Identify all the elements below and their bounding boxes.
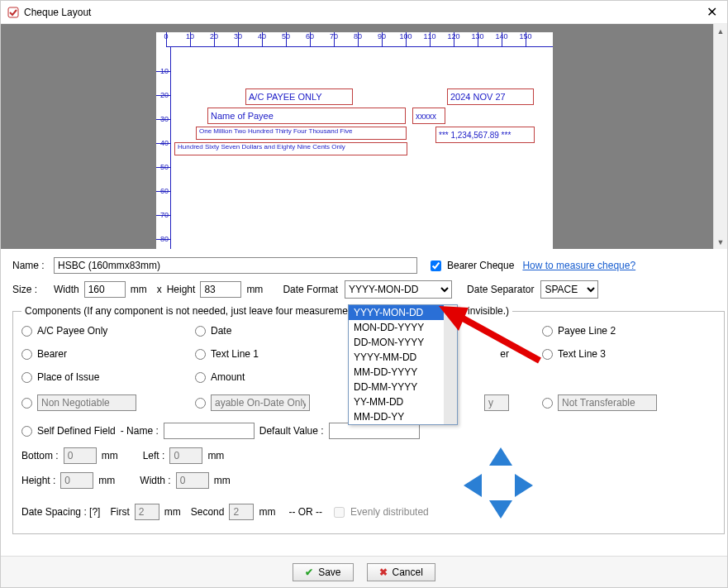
button-bar: ✔Save ✖Cancel xyxy=(1,556,727,587)
size-label: Size : xyxy=(12,284,54,295)
date-format-select[interactable]: YYYY-MON-DD xyxy=(345,280,452,299)
cancel-button[interactable]: ✖Cancel xyxy=(367,563,435,581)
field-amount-words2[interactable]: Hundred Sixty Seven Dollars and Eighty N… xyxy=(174,142,407,155)
date-separator-label: Date Separator xyxy=(467,284,534,295)
horizontal-ruler: 0102030405060708090100110120130140150 xyxy=(166,32,553,47)
date-format-option[interactable]: DD-MON-YYYY xyxy=(349,335,457,350)
date-format-option[interactable]: YYYY-MON-DD xyxy=(349,305,457,320)
measure-cheque-link[interactable]: How to measure cheque? xyxy=(522,260,635,271)
date-format-option[interactable]: DD-MM-YYYY xyxy=(349,380,457,394)
radio-payable-on-date[interactable] xyxy=(195,394,369,411)
scroll-up-icon[interactable]: ▲ xyxy=(714,24,727,38)
self-defined-default-input[interactable] xyxy=(329,423,420,439)
name-input[interactable] xyxy=(54,257,417,274)
date-format-option[interactable]: MM-DD-YY xyxy=(349,409,457,424)
titlebar: Cheque Layout ✕ xyxy=(1,1,727,24)
nudge-right-button[interactable] xyxy=(515,474,533,497)
height-input[interactable] xyxy=(200,281,241,298)
dim-width-input[interactable] xyxy=(176,472,209,489)
cross-icon: ✖ xyxy=(379,566,388,578)
field-amount-num[interactable]: *** 1,234,567.89 *** xyxy=(435,127,535,143)
date-separator-select[interactable]: SPACE xyxy=(540,280,598,299)
radio-place-of-issue[interactable]: Place of Issue xyxy=(21,371,195,383)
nudge-down-button[interactable] xyxy=(489,500,512,519)
radio-self-defined[interactable]: Self Defined Field xyxy=(21,425,116,437)
svg-rect-0 xyxy=(8,7,18,17)
date-spacing-second[interactable] xyxy=(229,504,254,520)
bottom-input[interactable] xyxy=(64,447,97,464)
dim-height-input[interactable] xyxy=(60,472,93,489)
radio-text-line3[interactable]: Text Line 3 xyxy=(542,348,716,360)
width-input[interactable] xyxy=(84,281,126,298)
radio-payee-line2[interactable]: Payee Line 2 xyxy=(542,325,716,337)
bearer-cheque-check[interactable] xyxy=(431,261,441,271)
date-format-option[interactable]: YYYY-MM-DD xyxy=(349,350,457,365)
radio-not-transferable[interactable] xyxy=(542,394,716,411)
ruler-canvas: 0102030405060708090100110120130140150 10… xyxy=(156,32,553,249)
nudge-up-button[interactable] xyxy=(489,447,512,466)
date-spacing-label: Date Spacing : [?] xyxy=(21,506,100,518)
radio-amount[interactable]: Amount xyxy=(195,371,369,383)
date-format-dropdown-popup[interactable]: YYYY-MON-DDMON-DD-YYYYDD-MON-YYYYYYYY-MM… xyxy=(348,304,458,425)
dropdown-scrollbar[interactable] xyxy=(444,305,457,424)
cheque-canvas: A/C PAYEE ONLY 2024 NOV 27 Name of Payee… xyxy=(171,47,553,249)
field-payee[interactable]: Name of Payee xyxy=(207,108,406,124)
scroll-down-icon[interactable]: ▼ xyxy=(714,235,727,249)
name-label: Name : xyxy=(12,260,54,271)
check-icon: ✔ xyxy=(305,566,313,578)
nudge-left-button[interactable] xyxy=(464,474,482,497)
app-icon xyxy=(7,7,19,18)
left-input[interactable] xyxy=(169,447,202,464)
preview-scrollbar[interactable]: ▲ ▼ xyxy=(713,24,727,249)
date-format-option[interactable]: MM-DD-YYYY xyxy=(349,365,457,380)
cheque-preview-area: 0102030405060708090100110120130140150 10… xyxy=(1,24,727,249)
bearer-cheque-checkbox[interactable]: Bearer Cheque xyxy=(427,258,514,274)
date-format-option[interactable]: MON-DD-YYYY xyxy=(349,320,457,335)
radio-text-line1[interactable]: Text Line 1 xyxy=(195,348,369,360)
radio-ac-payee[interactable]: A/C Payee Only xyxy=(21,325,195,337)
field-ac-payee[interactable]: A/C PAYEE ONLY xyxy=(245,88,353,105)
field-date[interactable]: 2024 NOV 27 xyxy=(447,88,534,105)
close-icon[interactable]: ✕ xyxy=(703,4,721,20)
save-button[interactable]: ✔Save xyxy=(293,563,353,581)
field-amount-words1[interactable]: One Million Two Hundred Thirty Four Thou… xyxy=(196,127,407,140)
date-format-option[interactable]: YY-MM-DD xyxy=(349,394,457,409)
radio-non-negotiable[interactable] xyxy=(21,394,195,411)
vertical-ruler: 1020304050607080 xyxy=(156,47,171,249)
radio-date[interactable]: Date xyxy=(195,325,369,337)
date-format-label: Date Format xyxy=(283,284,338,295)
field-bearer-x[interactable]: xxxxx xyxy=(412,108,445,124)
height-label: Height xyxy=(167,284,196,295)
date-spacing-first[interactable] xyxy=(135,504,159,520)
cheque-layout-window: Cheque Layout ✕ 010203040506070809010011… xyxy=(0,0,728,588)
evenly-distributed-checkbox[interactable]: Evenly distributed xyxy=(331,504,429,520)
nudge-arrows xyxy=(455,447,546,530)
radio-bearer[interactable]: Bearer xyxy=(21,348,195,360)
width-label: Width xyxy=(54,284,79,295)
window-title: Cheque Layout xyxy=(24,7,703,18)
self-defined-name-input[interactable] xyxy=(164,423,255,439)
